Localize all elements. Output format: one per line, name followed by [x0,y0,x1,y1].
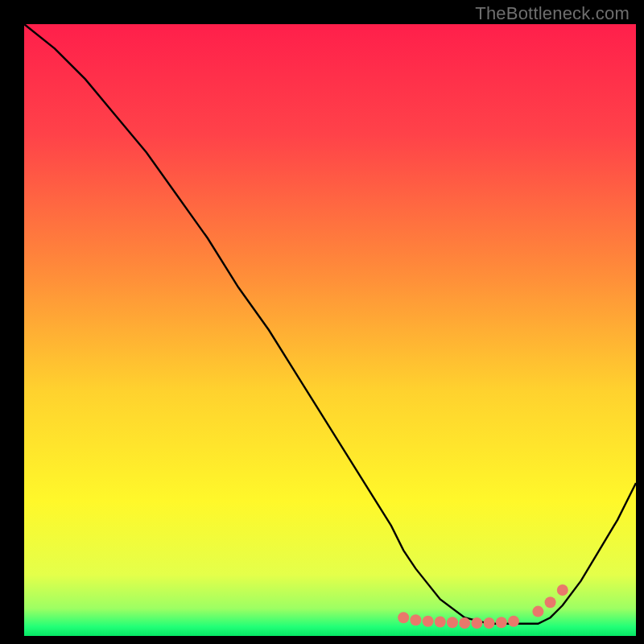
highlight-dot [545,597,556,608]
highlight-dot [496,617,507,628]
highlight-dot [459,617,470,629]
highlight-dot [471,617,482,629]
highlight-dot [557,584,568,596]
highlight-dot [435,617,446,628]
highlight-dot [484,617,495,629]
highlight-dot [447,617,458,628]
highlight-dot [398,612,409,623]
highlight-dot [423,616,434,627]
highlight-dot [508,616,519,627]
highlight-dot [532,606,543,617]
chart-canvas: TheBottleneck.com [0,0,644,644]
highlight-dot [410,614,421,625]
bottleneck-plot [0,0,644,644]
